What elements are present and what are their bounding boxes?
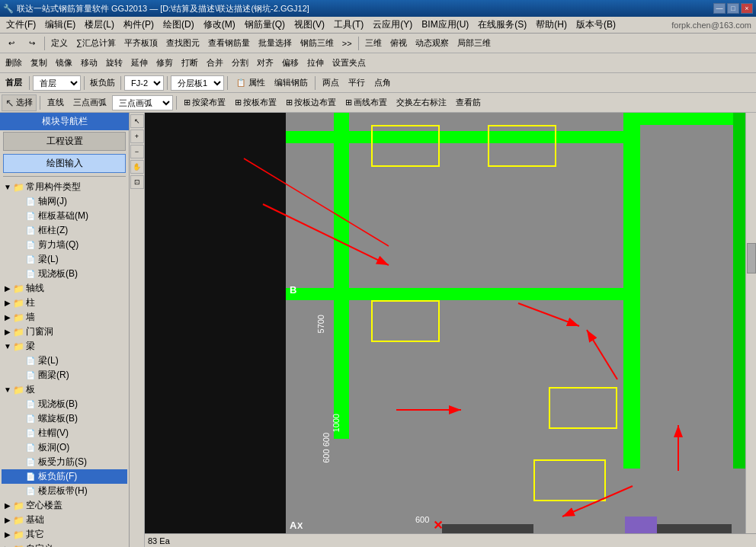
menu-floor[interactable]: 楼层(L) [80,17,119,33]
project-setup-btn[interactable]: 工程设置 [3,132,126,151]
tb-more[interactable]: >> [338,37,356,50]
tree-item-2[interactable]: 📄框板基础(M) [2,209,127,223]
tree-item-19[interactable]: 📄板受力筋(S) [2,455,127,469]
tree-item-9[interactable]: ▶📁墙 [2,310,127,325]
tb-local-3d[interactable]: 局部三维 [453,35,495,51]
tree-item-24[interactable]: ▶📁其它 [2,527,127,542]
tree-item-13[interactable]: 📄圈梁(R) [2,368,127,382]
tb-edit-steel[interactable]: 编辑钢筋 [271,75,312,91]
menu-version[interactable]: 版本号(B) [572,17,620,33]
tb-arc[interactable]: 三点画弧 [69,94,111,110]
tb-stretch[interactable]: 拉伸 [303,55,328,71]
tree-item-25[interactable]: ▶📁自定义 [2,542,127,547]
layer-select[interactable]: FJ-2 FJ-1 [124,75,164,91]
menu-edit[interactable]: 编辑(E) [40,17,80,33]
tb-mirror[interactable]: 镜像 [52,55,76,71]
menu-help[interactable]: 帮助(H) [531,17,572,33]
vert-zoom-in[interactable]: + [130,130,144,143]
menu-view[interactable]: 视图(V) [290,17,329,33]
tb-extend[interactable]: 延伸 [127,55,152,71]
tb-select[interactable]: ↖ 选择 [2,94,37,111]
menu-component[interactable]: 构件(P) [119,17,159,33]
tb-dynamic[interactable]: 动态观察 [412,35,453,51]
tree-item-1[interactable]: 📄轴网(J) [2,194,127,209]
tree-item-21[interactable]: 📄楼层板带(H) [2,484,127,498]
tree-item-22[interactable]: ▶📁空心楼盖 [2,498,127,513]
tree-item-10[interactable]: ▶📁门窗洞 [2,325,127,339]
scrollbar-thumb[interactable] [747,243,756,274]
tb-line[interactable]: 直线 [43,94,68,110]
menu-draw[interactable]: 绘图(D) [159,17,199,33]
axis-a-label: A [290,520,296,531]
tb-break[interactable]: 打断 [178,55,202,71]
maximize-button[interactable]: □ [727,3,739,14]
close-button[interactable]: × [741,3,753,14]
tree-item-7[interactable]: ▶📁轴线 [2,281,127,296]
tb-redo[interactable]: ↪ [22,35,42,52]
tb-flush[interactable]: 平齐板顶 [120,35,162,51]
tb-steel-3d[interactable]: 钢筋三维 [296,35,338,51]
tree-item-17[interactable]: 📄柱帽(V) [2,426,127,440]
tb-layout-slab[interactable]: ⊞ 按板布置 [231,94,280,110]
tree-item-11[interactable]: ▼📁梁 [2,339,127,353]
tb-align[interactable]: 对齐 [253,55,277,71]
tree-item-3[interactable]: 📄框柱(Z) [2,223,127,238]
tb-3d[interactable]: 三维 [361,35,386,51]
tb-merge[interactable]: 合并 [203,55,227,71]
tree-item-15[interactable]: 📄现浇板(B) [2,397,127,411]
tree-item-5[interactable]: 📄梁(L) [2,252,127,267]
tb-point-angle[interactable]: 点角 [370,75,395,91]
tb-layout-edge[interactable]: ⊞ 按板边布置 [282,94,340,110]
tree-item-6[interactable]: 📄现浇板(B) [2,267,127,281]
tree-item-4[interactable]: 📄剪力墙(Q) [2,238,127,252]
tb-setpoint[interactable]: 设置夹点 [328,55,370,71]
tb-calc[interactable]: ∑汇总计算 [72,35,120,51]
tb-move[interactable]: 移动 [77,55,101,71]
tree-item-8[interactable]: ▶📁柱 [2,296,127,310]
tb-rotate[interactable]: 旋转 [102,55,127,71]
vert-fit[interactable]: ⊡ [130,175,144,189]
canvas-area[interactable]: B A 5700 600 600 1000 600 X Y ✕ [145,113,756,547]
sublayer-select[interactable]: 分层板1 分层板2 [171,75,224,91]
tb-view-rebar[interactable]: 查看筋 [452,94,485,110]
tb-copy[interactable]: 复制 [27,55,51,71]
floor-select[interactable]: 首层 第二层 [33,75,81,91]
menu-bim[interactable]: BIM应用(U) [417,17,473,33]
tb-prop[interactable]: 📋 属性 [231,75,269,91]
tb-layout-line[interactable]: ⊞ 画线布置 [341,94,391,110]
tree-item-12[interactable]: 📄梁(L) [2,353,127,368]
tree-item-16[interactable]: 📄螺旋板(B) [2,411,127,426]
vert-select-btn[interactable]: ↖ [130,114,144,128]
tb-define[interactable]: 定义 [47,35,72,51]
menu-modify[interactable]: 修改(M) [199,17,240,33]
tb-find[interactable]: 查找图元 [162,35,203,51]
tree-item-18[interactable]: 📄板洞(O) [2,440,127,455]
tb-batch-select[interactable]: 批量选择 [255,35,296,51]
tb-trim[interactable]: 修剪 [152,55,177,71]
vert-pan[interactable]: ✋ [130,160,144,174]
menu-steelqty[interactable]: 钢筋量(Q) [240,17,290,33]
tb-split[interactable]: 分割 [228,55,252,71]
tb-top-view[interactable]: 俯视 [386,35,411,51]
tb-swap-label[interactable]: 交换左右标注 [392,94,450,110]
tree-item-23[interactable]: ▶📁基础 [2,513,127,527]
scrollbar-vertical[interactable] [745,113,756,547]
menu-tools[interactable]: 工具(T) [329,17,368,33]
tb-undo[interactable]: ↩ [2,35,21,52]
minimize-button[interactable]: — [713,3,726,14]
tb-delete[interactable]: 删除 [2,55,26,71]
tree-item-0[interactable]: ▼📁常用构件类型 [2,180,127,194]
menu-online[interactable]: 在线服务(S) [473,17,531,33]
tb-offset[interactable]: 偏移 [278,55,303,71]
tb-view-steel[interactable]: 查看钢筋量 [204,35,254,51]
vert-zoom-out[interactable]: − [130,145,144,158]
tree-item-14[interactable]: ▼📁板 [2,382,127,397]
tree-item-20[interactable]: 📄板负筋(F) [2,469,127,484]
menu-file[interactable]: 文件(F) [2,17,40,33]
tb-two-point[interactable]: 两点 [319,75,343,91]
drawing-input-btn[interactable]: 绘图输入 [3,154,126,173]
menu-cloud[interactable]: 云应用(Y) [368,17,417,33]
arc-type-select[interactable]: 三点画弧 [112,95,173,110]
tb-parallel[interactable]: 平行 [344,75,369,91]
tb-layout-beam[interactable]: ⊞ 按梁布置 [180,94,229,110]
